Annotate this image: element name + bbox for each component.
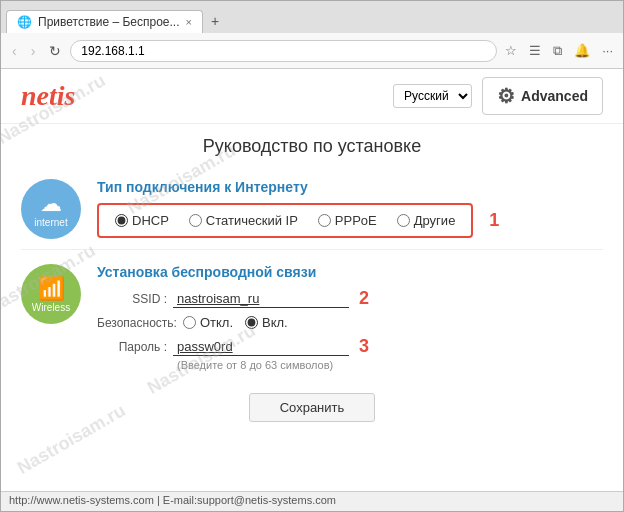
menu-icon[interactable]: ···: [598, 41, 617, 60]
bookmark-icon[interactable]: ☆: [501, 41, 521, 60]
password-label: Пароль :: [97, 340, 167, 354]
save-button[interactable]: Сохранить: [249, 393, 376, 422]
annotation-3: 3: [359, 336, 369, 357]
security-off-label: Откл.: [200, 315, 233, 330]
internet-section-title: Тип подключения к Интернету: [97, 179, 603, 195]
internet-icon-label: internet: [34, 217, 67, 228]
language-select[interactable]: Русский English: [393, 84, 472, 108]
refresh-button[interactable]: ↻: [44, 41, 66, 61]
tab-bar: 🌐 Приветствие – Беспрое... × +: [1, 1, 623, 33]
other-option[interactable]: Другие: [397, 213, 456, 228]
cloud-icon: ☁: [34, 191, 67, 217]
static-ip-option[interactable]: Статический IP: [189, 213, 298, 228]
address-bar[interactable]: [70, 40, 497, 62]
pppoe-label: PPPoE: [335, 213, 377, 228]
pppoe-radio[interactable]: [318, 214, 331, 227]
wireless-form: SSID : 2 Безопасность: Откл.: [97, 288, 603, 371]
notifications-icon[interactable]: 🔔: [570, 41, 594, 60]
page-content: Nastroisam.ru Nastroisam.ru Nastroisam.r…: [1, 69, 623, 491]
password-input[interactable]: [173, 338, 349, 356]
tab-close-button[interactable]: ×: [186, 16, 192, 28]
advanced-label: Advanced: [521, 88, 588, 104]
internet-section: ☁ internet Тип подключения к Интернету D…: [1, 169, 623, 249]
advanced-button[interactable]: ⚙ Advanced: [482, 77, 603, 115]
tab-title: Приветствие – Беспрое...: [38, 15, 180, 29]
nav-bar: ‹ › ↻ ☆ ☰ ⧉ 🔔 ···: [1, 33, 623, 69]
forward-button[interactable]: ›: [26, 41, 41, 61]
annotation-2: 2: [359, 288, 369, 309]
ssid-input[interactable]: [173, 290, 349, 308]
other-label: Другие: [414, 213, 456, 228]
page-header: netis Русский English ⚙ Advanced: [1, 69, 623, 124]
wifi-icon: 📶: [32, 276, 70, 302]
wireless-content: Установка беспроводной связи SSID : 2 Бе…: [97, 264, 603, 371]
page-title: Руководство по установке: [1, 124, 623, 169]
save-section: Сохранить: [1, 381, 623, 434]
security-label: Безопасность:: [97, 316, 177, 330]
netis-logo: netis: [21, 80, 75, 112]
internet-icon: ☁ internet: [21, 179, 81, 239]
wireless-section: 📶 Wireless Установка беспроводной связи …: [1, 250, 623, 381]
security-options: Откл. Вкл.: [183, 315, 288, 330]
security-on-option[interactable]: Вкл.: [245, 315, 288, 330]
pppoe-option[interactable]: PPPoE: [318, 213, 377, 228]
dhcp-label: DHCP: [132, 213, 169, 228]
ssid-label: SSID :: [97, 292, 167, 306]
security-row: Безопасность: Откл. Вкл.: [97, 315, 603, 330]
password-row: Пароль :: [97, 338, 349, 356]
reader-icon[interactable]: ☰: [525, 41, 545, 60]
static-radio[interactable]: [189, 214, 202, 227]
security-off-option[interactable]: Откл.: [183, 315, 233, 330]
security-off-radio[interactable]: [183, 316, 196, 329]
ssid-row: SSID :: [97, 290, 349, 308]
header-right: Русский English ⚙ Advanced: [393, 77, 603, 115]
password-hint: (Введите от 8 до 63 символов): [177, 359, 603, 371]
dhcp-radio[interactable]: [115, 214, 128, 227]
browser-frame: 🌐 Приветствие – Беспрое... × + ‹ › ↻ ☆ ☰…: [0, 0, 624, 512]
screenshot-icon[interactable]: ⧉: [549, 41, 566, 61]
other-radio[interactable]: [397, 214, 410, 227]
security-on-label: Вкл.: [262, 315, 288, 330]
tab-favicon: 🌐: [17, 15, 32, 29]
internet-content: Тип подключения к Интернету DHCP Статиче…: [97, 179, 603, 238]
wireless-icon: 📶 Wireless: [21, 264, 81, 324]
status-bar: http://www.netis-systems.com | E-mail:su…: [1, 491, 623, 511]
security-on-radio[interactable]: [245, 316, 258, 329]
new-tab-button[interactable]: +: [203, 9, 227, 33]
connection-type-box: DHCP Статический IP PPPoE Другие: [97, 203, 473, 238]
logo-text: netis: [21, 80, 75, 111]
wireless-section-title: Установка беспроводной связи: [97, 264, 603, 280]
annotation-1: 1: [489, 210, 499, 231]
gear-icon: ⚙: [497, 84, 515, 108]
wireless-icon-label: Wireless: [32, 302, 70, 313]
static-ip-label: Статический IP: [206, 213, 298, 228]
active-tab[interactable]: 🌐 Приветствие – Беспрое... ×: [6, 10, 203, 33]
back-button[interactable]: ‹: [7, 41, 22, 61]
dhcp-option[interactable]: DHCP: [115, 213, 169, 228]
